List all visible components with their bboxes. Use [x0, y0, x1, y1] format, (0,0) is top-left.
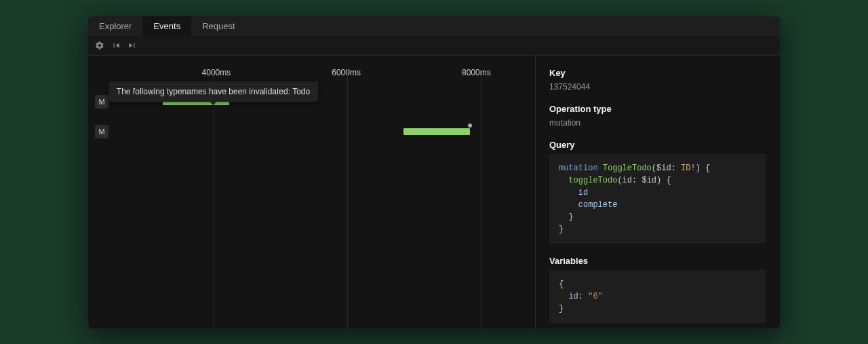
operation-type-label: Operation type — [549, 104, 766, 114]
skip-back-icon[interactable] — [111, 41, 121, 50]
timeline-tick: 6000ms — [332, 68, 361, 77]
query-code: mutation ToggleTodo($id: ID!) { toggleTo… — [549, 154, 766, 244]
toolbar — [88, 37, 780, 56]
operation-type-value: mutation — [549, 118, 766, 128]
timeline-gridline — [481, 69, 482, 328]
timeline-panel: 4000ms6000ms8000ms The following typenam… — [88, 56, 536, 328]
timeline-row: M — [95, 122, 528, 141]
invalidation-tooltip: The following typenames have been invali… — [108, 81, 318, 102]
timeline-gridline — [347, 69, 348, 328]
query-label: Query — [549, 140, 766, 150]
gear-icon[interactable] — [95, 41, 104, 50]
key-label: Key — [549, 68, 766, 78]
content-area: 4000ms6000ms8000ms The following typenam… — [88, 56, 780, 328]
timeline-tick: 8000ms — [462, 68, 491, 77]
variables-label: Variables — [549, 256, 766, 266]
devtools-window: Explorer Events Request 4000ms6000ms8000… — [88, 16, 780, 328]
key-value: 137524044 — [549, 82, 766, 92]
timeline-tick: 4000ms — [202, 68, 231, 77]
variables-code: { id: "6" } — [549, 270, 766, 323]
row-track — [113, 122, 528, 141]
tab-request[interactable]: Request — [191, 16, 245, 37]
row-badge-mutation: M — [95, 125, 108, 138]
timeline-gridline — [214, 69, 214, 328]
tab-bar: Explorer Events Request — [88, 16, 780, 37]
tab-explorer[interactable]: Explorer — [88, 16, 142, 37]
details-panel: Key 137524044 Operation type mutation Qu… — [536, 56, 780, 328]
tab-events[interactable]: Events — [142, 16, 191, 37]
timeline-ticks: 4000ms6000ms8000ms — [95, 68, 528, 81]
row-badge-mutation: M — [95, 95, 108, 109]
event-marker[interactable] — [468, 123, 472, 128]
skip-forward-icon[interactable] — [127, 41, 137, 50]
operation-bar[interactable] — [403, 128, 470, 135]
